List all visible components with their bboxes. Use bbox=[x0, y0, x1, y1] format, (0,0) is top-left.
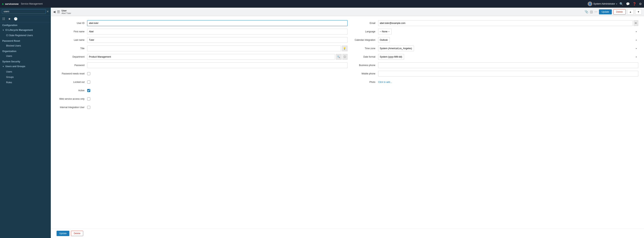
avatar: 👤 bbox=[588, 1, 592, 6]
list-icon[interactable]: ☷ bbox=[2, 17, 5, 21]
department-field[interactable] bbox=[87, 54, 335, 60]
date-format-select[interactable]: System (yyyy-MM-dd) bbox=[378, 54, 404, 60]
calendar-row: Calendar integration Outlook bbox=[348, 37, 638, 43]
sidebar-item-blocked-users[interactable]: Blocked Users bbox=[0, 43, 51, 48]
department-row: Department 🔍 ⓘ bbox=[56, 54, 348, 60]
language-select[interactable]: -- None -- bbox=[378, 29, 392, 34]
sidebar-item-users-org[interactable]: Users bbox=[0, 53, 51, 59]
topnav-icons: 🔍 💬 ❓ ⚙ bbox=[620, 2, 642, 6]
user-menu[interactable]: 👤 System Administrator ▾ bbox=[588, 1, 617, 6]
password-field[interactable] bbox=[87, 62, 348, 68]
web-service-label: Web service access only bbox=[56, 98, 87, 100]
user-id-field[interactable] bbox=[87, 20, 348, 26]
search-input[interactable] bbox=[2, 9, 46, 14]
locked-out-checkbox[interactable] bbox=[87, 81, 90, 84]
sidebar-item-ci-lifecycle[interactable]: ▼ CI Lifecycle Management bbox=[0, 27, 51, 33]
password-label: Password bbox=[56, 64, 87, 67]
help-icon[interactable]: ❓ bbox=[632, 2, 636, 6]
bottom-update-button[interactable]: Update bbox=[56, 231, 70, 236]
timezone-select[interactable]: System (America/Los_Angeles) bbox=[378, 46, 414, 51]
pwd-needs-reset-checkbox[interactable] bbox=[87, 72, 90, 75]
ci-lifecycle-arrow: ▼ bbox=[2, 29, 4, 31]
clock-icon[interactable]: 🕐 bbox=[14, 17, 18, 21]
logo: ▶ servicenow bbox=[2, 2, 18, 5]
sidebar-tabs: ☷ ★ 🕐 bbox=[0, 15, 51, 22]
search-icon[interactable]: 🔍 bbox=[620, 2, 623, 6]
web-service-checkbox[interactable] bbox=[87, 97, 90, 101]
gear-icon[interactable]: ⚙ bbox=[639, 2, 642, 6]
sidebar-item-ci-state[interactable]: CI State Registered Users bbox=[0, 33, 51, 38]
password-row: Password bbox=[56, 62, 348, 69]
last-name-label: Last name bbox=[56, 39, 87, 41]
language-label: Language bbox=[348, 30, 378, 33]
star-icon[interactable]: ★ bbox=[8, 17, 11, 21]
sidebar-item-organization: Organization bbox=[0, 48, 51, 53]
title-wrapper: 💡 bbox=[87, 46, 348, 51]
department-wrapper: 🔍 ⓘ bbox=[87, 54, 348, 60]
email-field[interactable] bbox=[378, 20, 633, 26]
title-field[interactable] bbox=[87, 46, 341, 51]
email-send-icon[interactable]: ✉ bbox=[634, 20, 638, 26]
mobile-phone-row: Mobile phone bbox=[348, 70, 638, 77]
calendar-select[interactable]: Outlook bbox=[378, 37, 390, 43]
sidebar-item-roles[interactable]: Roles bbox=[0, 80, 51, 85]
breadcrumb-parent: User bbox=[62, 9, 71, 12]
chat-icon[interactable]: 💬 bbox=[626, 2, 630, 6]
sidebar-item-users-sec[interactable]: Users bbox=[0, 69, 51, 74]
timezone-row: Time zone System (America/Los_Angeles) bbox=[348, 45, 638, 52]
first-name-field[interactable] bbox=[87, 29, 348, 34]
locked-out-row: Locked out bbox=[56, 79, 348, 85]
language-select-wrapper: -- None -- bbox=[378, 29, 638, 34]
sidebar-search-bar: ✕ bbox=[0, 8, 51, 15]
pwd-needs-reset-row: Password needs reset bbox=[56, 70, 348, 77]
user-name: System Administrator bbox=[594, 2, 615, 5]
pwd-needs-reset-label: Password needs reset bbox=[56, 72, 87, 75]
web-service-row: Web service access only bbox=[56, 96, 348, 102]
photo-label: Photo bbox=[348, 81, 378, 83]
bottom-delete-button[interactable]: Delete bbox=[71, 231, 84, 236]
clear-search-button[interactable]: ✕ bbox=[46, 10, 49, 13]
collapse-button[interactable]: ◀ bbox=[53, 10, 56, 13]
scroll-down-button[interactable]: ▼ bbox=[635, 9, 642, 14]
servicenow-logo: ▶ bbox=[2, 3, 4, 5]
attachment-button[interactable]: 📎 bbox=[584, 10, 588, 13]
filter-button[interactable]: ◫ bbox=[590, 10, 593, 13]
title-row: Title 💡 bbox=[56, 45, 348, 52]
department-info-icon[interactable]: ⓘ bbox=[342, 54, 348, 60]
first-name-label: First name bbox=[56, 30, 87, 33]
department-search-icon[interactable]: 🔍 bbox=[336, 54, 342, 60]
user-dropdown-icon: ▾ bbox=[616, 3, 617, 5]
users-groups-arrow: ▼ bbox=[2, 65, 4, 68]
photo-row: Photo Click to add... bbox=[348, 79, 638, 85]
calendar-label: Calendar integration bbox=[348, 39, 378, 41]
internal-integration-checkbox[interactable] bbox=[87, 106, 90, 109]
title-suggest-icon[interactable]: 💡 bbox=[342, 46, 348, 51]
calendar-select-wrapper: Outlook bbox=[378, 37, 638, 43]
scroll-up-button[interactable]: ▲ bbox=[627, 9, 634, 14]
language-row: Language -- None -- bbox=[348, 28, 638, 35]
form-bottom-buttons: Update Delete bbox=[51, 229, 644, 238]
hamburger-icon: ☰ bbox=[57, 10, 60, 14]
app-title: Service Management bbox=[21, 2, 42, 5]
secondary-toolbar: ◀ ☰ User Abel Tuter 📎 ◫ ⋯ Update Delete … bbox=[51, 8, 644, 16]
date-format-row: Date format System (yyyy-MM-dd) bbox=[348, 54, 638, 60]
sidebar-item-users-and-groups[interactable]: ▼ Users and Groups bbox=[0, 64, 51, 69]
update-button[interactable]: Update bbox=[599, 9, 612, 14]
mobile-phone-field[interactable] bbox=[378, 71, 638, 77]
photo-link[interactable]: Click to add... bbox=[378, 81, 392, 83]
email-label: Email bbox=[348, 22, 378, 24]
main: ◀ ☰ User Abel Tuter 📎 ◫ ⋯ Update Delete … bbox=[51, 8, 644, 238]
last-name-field[interactable] bbox=[87, 37, 348, 43]
business-phone-field[interactable] bbox=[378, 62, 638, 68]
topnav: ▶ servicenow Service Management 👤 System… bbox=[0, 0, 644, 8]
toolbar-right: 📎 ◫ ⋯ Update Delete ▲ ▼ bbox=[584, 9, 642, 14]
delete-button[interactable]: Delete bbox=[613, 9, 626, 14]
sidebar: ✕ ☷ ★ 🕐 Configuration ▼ CI Lifecycle Man… bbox=[0, 8, 51, 238]
active-checkbox[interactable] bbox=[87, 89, 90, 92]
more-options-button[interactable]: ⋯ bbox=[594, 10, 598, 13]
active-row: Active bbox=[56, 87, 348, 94]
sidebar-item-groups[interactable]: Groups bbox=[0, 74, 51, 80]
internal-integration-label: Internal Integration User bbox=[56, 106, 87, 109]
logo-text: servicenow bbox=[5, 2, 18, 5]
form-grid: User ID First name Last name bbox=[56, 20, 638, 113]
